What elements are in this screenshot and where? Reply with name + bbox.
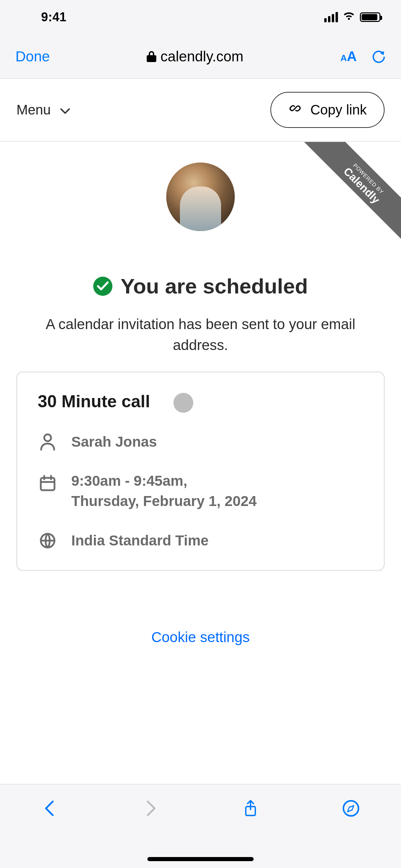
headline-text: You are scheduled <box>121 274 308 298</box>
event-card: 30 Minute call Sarah Jonas 9:30am - 9:45… <box>16 372 385 571</box>
cellular-icon <box>324 12 338 22</box>
person-icon <box>38 433 58 450</box>
globe-icon <box>38 532 58 549</box>
cookie-settings-link[interactable]: Cookie settings <box>151 629 250 645</box>
link-icon <box>288 101 302 118</box>
host-avatar <box>166 162 235 231</box>
timezone-text: India Standard Time <box>71 531 209 551</box>
text-size-button[interactable]: AA <box>340 49 357 64</box>
browser-top-bar: Done calendly.com AA <box>0 34 401 79</box>
event-date: Thursday, February 1, 2024 <box>71 493 257 509</box>
content-area: POWERED BY Calendly You are scheduled A … <box>0 142 401 814</box>
confirmation-subhead: A calendar invitation has been sent to y… <box>16 314 385 356</box>
safari-compass-button[interactable] <box>341 798 361 819</box>
svg-point-0 <box>44 434 51 441</box>
url-text: calendly.com <box>160 48 243 65</box>
page-header: Menu Copy link <box>0 79 401 142</box>
menu-button[interactable]: Menu <box>16 102 70 118</box>
host-row: Sarah Jonas <box>38 432 363 452</box>
battery-icon <box>360 12 380 22</box>
status-bar: 9:41 <box>0 0 401 34</box>
text-size-large-a: A <box>347 49 357 64</box>
powered-by-ribbon[interactable]: POWERED BY Calendly <box>298 142 401 245</box>
svg-rect-1 <box>41 478 54 490</box>
copy-link-button[interactable]: Copy link <box>270 92 385 128</box>
cursor-dot <box>173 393 193 413</box>
home-indicator <box>147 857 254 861</box>
address-bar[interactable]: calendly.com <box>147 48 243 65</box>
lock-icon <box>147 51 156 62</box>
done-button[interactable]: Done <box>15 48 50 65</box>
text-size-small-a: A <box>340 53 347 63</box>
menu-label: Menu <box>16 102 51 118</box>
back-button[interactable] <box>40 798 60 819</box>
timezone-row: India Standard Time <box>38 531 363 551</box>
copy-link-label: Copy link <box>310 102 367 118</box>
host-name: Sarah Jonas <box>71 432 157 452</box>
reload-button[interactable] <box>372 50 386 63</box>
status-indicators <box>324 12 380 23</box>
event-time: 9:30am - 9:45am, <box>71 473 187 489</box>
forward-button[interactable] <box>140 798 161 819</box>
confirmation-headline: You are scheduled <box>16 274 385 298</box>
status-time: 9:41 <box>41 10 66 24</box>
event-title: 30 Minute call <box>38 392 150 411</box>
calendar-icon <box>38 474 58 492</box>
datetime-row: 9:30am - 9:45am, Thursday, February 1, 2… <box>38 471 363 511</box>
browser-bottom-bar <box>0 784 401 868</box>
wifi-icon <box>343 12 355 23</box>
share-button[interactable] <box>240 798 261 819</box>
check-circle-icon <box>93 277 112 296</box>
chevron-down-icon <box>60 102 70 118</box>
svg-point-7 <box>343 801 359 816</box>
ribbon-big-text: Calendly <box>305 142 401 242</box>
